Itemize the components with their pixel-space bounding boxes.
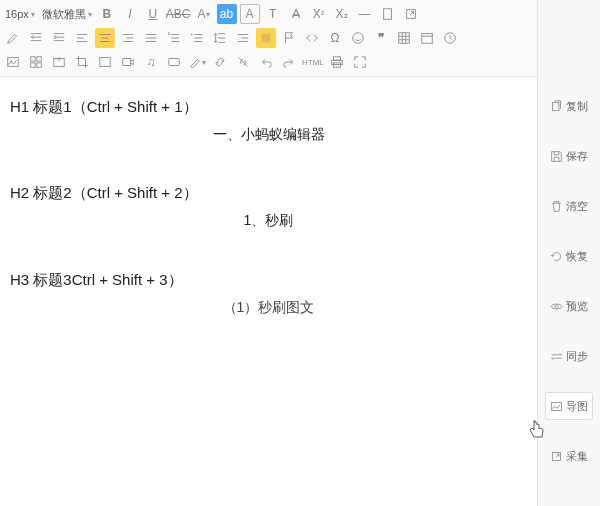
toolbar-row-3: ♫ ▾ HTML: [3, 50, 534, 74]
redo-button[interactable]: [279, 52, 299, 72]
indent-increase-button[interactable]: [49, 28, 69, 48]
h2-centered: 1、秒刷: [10, 209, 527, 231]
magic-button[interactable]: ▾: [187, 52, 207, 72]
quote-button[interactable]: ❞: [371, 28, 391, 48]
omega-button[interactable]: Ω: [325, 28, 345, 48]
video-button[interactable]: [118, 52, 138, 72]
svg-rect-11: [31, 57, 35, 61]
link-button[interactable]: [210, 52, 230, 72]
main-area: 16px ▾ 微软雅黑 ▾ B I U ABC A▾ ab A T A̶ X² …: [0, 0, 538, 506]
table-button[interactable]: [394, 28, 414, 48]
chevron-down-icon: ▾: [88, 10, 92, 19]
smile-button[interactable]: [348, 28, 368, 48]
sync-icon: [550, 350, 563, 363]
svg-rect-0: [383, 9, 391, 20]
highlight-button[interactable]: [256, 28, 276, 48]
sidebar: 复制 保存 清空 恢复 预览 同步 导图 采集: [538, 0, 600, 506]
popout-button[interactable]: [401, 4, 421, 24]
align-left-button[interactable]: [72, 28, 92, 48]
clear-format-button[interactable]: T: [263, 4, 283, 24]
sidebar-collect[interactable]: 采集: [545, 442, 593, 470]
text-style-button[interactable]: A: [240, 4, 260, 24]
unordered-list-button[interactable]: [187, 28, 207, 48]
svg-rect-12: [37, 57, 41, 61]
svg-rect-24: [552, 402, 562, 410]
svg-rect-22: [552, 102, 559, 110]
svg-rect-6: [399, 33, 410, 44]
code-button[interactable]: [302, 28, 322, 48]
background-color-button[interactable]: ab: [217, 4, 237, 24]
flag-button[interactable]: [279, 28, 299, 48]
svg-rect-13: [31, 63, 35, 67]
sidebar-label: 导图: [566, 399, 588, 414]
subscript-button[interactable]: X₂: [332, 4, 352, 24]
align-justify-button[interactable]: [141, 28, 161, 48]
new-page-button[interactable]: [378, 4, 398, 24]
font-size-dropdown[interactable]: 16px ▾: [3, 8, 37, 20]
h1-line: H1 标题1（Ctrl + Shift + 1）: [10, 95, 527, 119]
align-right-button[interactable]: [118, 28, 138, 48]
svg-rect-18: [169, 59, 180, 66]
superscript-button[interactable]: X²: [309, 4, 329, 24]
font-family-dropdown[interactable]: 微软雅黑 ▾: [40, 7, 94, 22]
toolbar-row-2: 1 Ω ❞: [3, 26, 534, 50]
bold-button[interactable]: B: [97, 4, 117, 24]
card-button[interactable]: [164, 52, 184, 72]
sidebar-sync[interactable]: 同步: [545, 342, 593, 370]
image-upload-button[interactable]: [49, 52, 69, 72]
svg-rect-7: [422, 34, 433, 44]
svg-rect-14: [37, 63, 41, 67]
svg-text:1: 1: [168, 32, 170, 36]
sidebar-label: 复制: [566, 99, 588, 114]
strikethrough-button[interactable]: ABC: [166, 4, 191, 24]
crop-button[interactable]: [72, 52, 92, 72]
eye-icon: [550, 300, 563, 313]
h3-centered: （1）秒刷图文: [10, 296, 527, 318]
editor-content[interactable]: H1 标题1（Ctrl + Shift + 1） 一、小蚂蚁编辑器 H2 标题2…: [0, 77, 537, 506]
time-button[interactable]: [440, 28, 460, 48]
date-button[interactable]: [417, 28, 437, 48]
text-indent-button[interactable]: [233, 28, 253, 48]
font-size-value: 16px: [5, 8, 29, 20]
save-icon: [550, 150, 563, 163]
print-button[interactable]: [327, 52, 347, 72]
indent-decrease-button[interactable]: [26, 28, 46, 48]
gif-button[interactable]: [95, 52, 115, 72]
font-color-button[interactable]: A▾: [194, 4, 214, 24]
cursor-pointer-icon: [528, 420, 546, 444]
h3-line: H3 标题3Ctrl + Shift + 3）: [10, 268, 527, 292]
undo-button[interactable]: [256, 52, 276, 72]
align-center-button[interactable]: [95, 28, 115, 48]
underline-button[interactable]: U: [143, 4, 163, 24]
italic-button[interactable]: I: [120, 4, 140, 24]
audio-button[interactable]: ♫: [141, 52, 161, 72]
sidebar-clear[interactable]: 清空: [545, 192, 593, 220]
sidebar-restore[interactable]: 恢复: [545, 242, 593, 270]
svg-point-5: [353, 33, 364, 44]
ordered-list-button[interactable]: 1: [164, 28, 184, 48]
svg-rect-9: [8, 58, 19, 67]
unlink-button[interactable]: [233, 52, 253, 72]
line-height-button[interactable]: [210, 28, 230, 48]
gallery-button[interactable]: [26, 52, 46, 72]
format-brush-button[interactable]: [3, 28, 23, 48]
html-button[interactable]: HTML: [302, 52, 324, 72]
svg-point-3: [191, 34, 193, 36]
fullscreen-button[interactable]: [350, 52, 370, 72]
sidebar-label: 预览: [566, 299, 588, 314]
toolbar-row-1: 16px ▾ 微软雅黑 ▾ B I U ABC A▾ ab A T A̶ X² …: [3, 2, 534, 26]
svg-rect-17: [123, 59, 131, 66]
sidebar-save[interactable]: 保存: [545, 142, 593, 170]
horizontal-rule-button[interactable]: —: [355, 4, 375, 24]
sidebar-label: 恢复: [566, 249, 588, 264]
toolbar: 16px ▾ 微软雅黑 ▾ B I U ABC A▾ ab A T A̶ X² …: [0, 0, 537, 77]
svg-point-23: [555, 304, 558, 307]
sidebar-preview[interactable]: 预览: [545, 292, 593, 320]
h1-centered: 一、小蚂蚁编辑器: [10, 123, 527, 145]
svg-rect-4: [262, 34, 271, 43]
export-image-icon: [550, 400, 563, 413]
sidebar-copy[interactable]: 复制: [545, 92, 593, 120]
image-button[interactable]: [3, 52, 23, 72]
sidebar-export-image[interactable]: 导图: [545, 392, 593, 420]
letter-spacing-button[interactable]: A̶: [286, 4, 306, 24]
